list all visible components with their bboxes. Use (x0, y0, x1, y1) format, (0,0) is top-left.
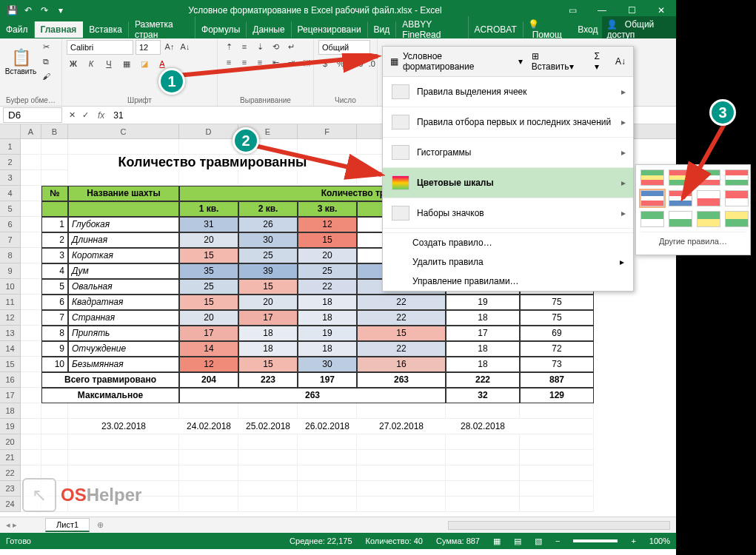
color-scale-option[interactable] (640, 169, 664, 186)
cell[interactable]: 25 (179, 279, 238, 295)
sheet-nav-icon[interactable]: ◂ ▸ (0, 520, 23, 530)
cell[interactable]: 8 (41, 326, 68, 341)
zoom-in-icon[interactable]: + (631, 536, 635, 545)
menu-top-bottom-rules[interactable]: Правила отбора первых и последних значен… (383, 107, 633, 138)
cell[interactable]: № (41, 186, 68, 201)
cell[interactable]: 18 (446, 341, 520, 357)
color-scale-option[interactable] (669, 211, 692, 227)
sheet-tab[interactable]: Лист1 (45, 518, 90, 532)
cell[interactable]: 1 кв. (179, 201, 238, 217)
conditional-formatting-button[interactable]: ▦ Условное форматирование▾ ⊞ Вставить▾ Σ… (383, 47, 633, 77)
cell[interactable]: 14 (179, 341, 238, 357)
row-header[interactable]: 5 (0, 201, 21, 217)
tab-insert[interactable]: Вставка (83, 21, 129, 38)
cell[interactable]: 72 (520, 341, 594, 357)
cell[interactable]: 4 (41, 263, 68, 279)
cell[interactable]: 129 (520, 388, 594, 403)
shrink-font-icon[interactable]: A↓ (178, 40, 192, 53)
row-header[interactable]: 10 (0, 279, 21, 295)
col-header[interactable]: C (68, 124, 179, 138)
save-icon[interactable]: 💾 (6, 4, 18, 16)
cell[interactable]: 12 (179, 357, 238, 372)
tab-home[interactable]: Главная (35, 21, 84, 38)
row-header[interactable]: 15 (0, 357, 21, 372)
menu-new-rule[interactable]: Создать правило… (383, 233, 633, 252)
menu-color-scales[interactable]: Цветовые шкалы▸ (383, 168, 633, 198)
insert-cells-button[interactable]: ⊞ Вставить▾ (532, 51, 583, 72)
cell[interactable]: 887 (520, 372, 594, 388)
name-box[interactable] (3, 107, 62, 123)
zoom-slider[interactable] (573, 539, 618, 542)
cell[interactable]: Глубокая (68, 217, 179, 232)
cell[interactable]: 20 (179, 232, 238, 248)
cell[interactable]: 15 (238, 279, 298, 295)
cell[interactable]: 26 (238, 217, 298, 232)
cell[interactable]: Безымянная (68, 357, 179, 372)
cell[interactable]: 75 (520, 295, 594, 310)
row-header[interactable]: 3 (0, 170, 21, 186)
cell[interactable]: 223 (238, 372, 298, 388)
cell[interactable]: 17 (179, 326, 238, 341)
cell[interactable]: Отчуждение (68, 341, 179, 357)
cut-icon[interactable]: ✂ (39, 40, 53, 53)
wrap-text-icon[interactable]: ↵ (284, 40, 298, 53)
cell[interactable]: 204 (179, 372, 238, 388)
row-header[interactable]: 21 (0, 450, 21, 465)
cell[interactable]: 69 (520, 326, 594, 341)
cell[interactable]: 25 (298, 263, 357, 279)
italic-icon[interactable]: К (84, 57, 98, 70)
cell[interactable]: 73 (520, 357, 594, 372)
row-header[interactable]: 6 (0, 217, 21, 232)
row-header[interactable]: 18 (0, 403, 21, 419)
cell[interactable]: 22 (298, 279, 357, 295)
cell[interactable]: 3 кв. (298, 201, 357, 217)
cell[interactable]: 17 (446, 326, 520, 341)
cell[interactable]: 10 (41, 357, 68, 372)
tab-formulas[interactable]: Формулы (195, 21, 247, 38)
cell[interactable]: 15 (179, 248, 238, 263)
row-header[interactable]: 22 (0, 465, 21, 481)
format-painter-icon[interactable]: 🖌 (39, 70, 53, 83)
cell[interactable]: 2 кв. (238, 201, 298, 217)
cell[interactable]: 18 (238, 341, 298, 357)
border-icon[interactable]: ▦ (120, 57, 133, 70)
align-mid-icon[interactable]: ≡ (238, 40, 251, 53)
cell[interactable]: 5 (41, 279, 68, 295)
cell[interactable]: 15 (357, 326, 446, 341)
cell[interactable]: 22 (357, 341, 446, 357)
view-layout-icon[interactable]: ▤ (514, 536, 521, 546)
cell[interactable]: 22 (357, 295, 446, 310)
cell[interactable]: 20 (298, 248, 357, 263)
cell[interactable]: Название шахты (68, 186, 179, 201)
row-header[interactable]: 23 (0, 481, 21, 497)
cell[interactable]: 12 (298, 217, 357, 232)
row-header[interactable]: 1 (0, 139, 21, 155)
row-header[interactable]: 8 (0, 248, 21, 263)
row-header[interactable]: 16 (0, 372, 21, 388)
row-header[interactable]: 2 (0, 155, 21, 170)
cell[interactable]: Странная (68, 310, 179, 326)
align-top-icon[interactable]: ⇡ (222, 40, 235, 53)
cell[interactable]: Припять (68, 326, 179, 341)
cell[interactable]: 18 (446, 357, 520, 372)
cell[interactable]: 15 (238, 357, 298, 372)
cell[interactable]: 2 (41, 232, 68, 248)
horizontal-scrollbar[interactable] (448, 521, 670, 530)
cell[interactable]: 16 (357, 357, 446, 372)
cell[interactable]: 75 (520, 310, 594, 326)
cell[interactable]: Овальная (68, 279, 179, 295)
cell[interactable]: 18 (238, 326, 298, 341)
cell[interactable]: 6 (41, 295, 68, 310)
gallery-more-rules[interactable]: Другие правила… (640, 232, 746, 250)
cell[interactable]: 19 (298, 326, 357, 341)
align-bot-icon[interactable]: ⇣ (253, 40, 267, 53)
cell[interactable]: 263 (357, 372, 446, 388)
paste-button[interactable]: 📋 Вставить (4, 48, 37, 75)
row-header[interactable]: 19 (0, 419, 21, 434)
cell[interactable]: 30 (238, 232, 298, 248)
color-scale-option[interactable] (640, 211, 664, 227)
row-header[interactable]: 9 (0, 263, 21, 279)
row-header[interactable]: 13 (0, 326, 21, 341)
cancel-formula-icon[interactable]: ✕ (65, 109, 78, 122)
login-button[interactable]: Вход (573, 21, 602, 38)
